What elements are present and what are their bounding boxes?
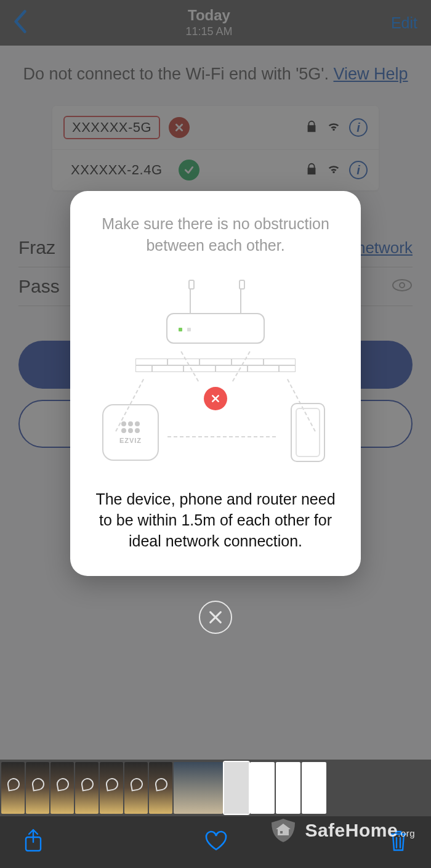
share-button[interactable]: [23, 829, 43, 856]
thumbnail[interactable]: [100, 762, 123, 814]
modal-bottom-text: The device, phone and router need to be …: [87, 489, 344, 551]
modal-top-text: Make sure there is no obstruction betwee…: [87, 213, 344, 256]
thumbnail[interactable]: [302, 762, 326, 814]
thumbnail-current[interactable]: [224, 762, 249, 814]
error-badge-icon: [204, 387, 227, 410]
modal-diagram: EZVIZ: [99, 278, 332, 469]
thumbnail[interactable]: [26, 762, 49, 814]
favorite-button[interactable]: [204, 830, 228, 854]
wall-icon: [135, 359, 296, 372]
ezviz-brand-label: EZVIZ: [119, 437, 142, 444]
watermark: SafeHome.org: [268, 817, 415, 843]
thumbnail[interactable]: [75, 762, 99, 814]
thumbnail[interactable]: [50, 762, 74, 814]
router-icon: [166, 313, 265, 344]
thumbnail[interactable]: [149, 762, 172, 814]
obstruction-modal: Make sure there is no obstruction betwee…: [70, 191, 361, 576]
thumbnail-strip[interactable]: [0, 760, 431, 816]
thumbnail[interactable]: [1, 762, 25, 814]
screen: Today 11:15 AM Edit Do not connect to th…: [0, 0, 431, 868]
watermark-text: SafeHome.org: [305, 820, 415, 841]
modal-close-button[interactable]: [199, 601, 232, 634]
thumbnail[interactable]: [250, 762, 275, 814]
thumbnail[interactable]: [276, 762, 300, 814]
shield-house-icon: [268, 817, 299, 843]
thumbnail[interactable]: [124, 762, 148, 814]
thumbnail[interactable]: [174, 762, 223, 814]
svg-rect-3: [280, 831, 283, 834]
ezviz-device-icon: EZVIZ: [102, 404, 159, 461]
phone-icon: [291, 403, 325, 462]
